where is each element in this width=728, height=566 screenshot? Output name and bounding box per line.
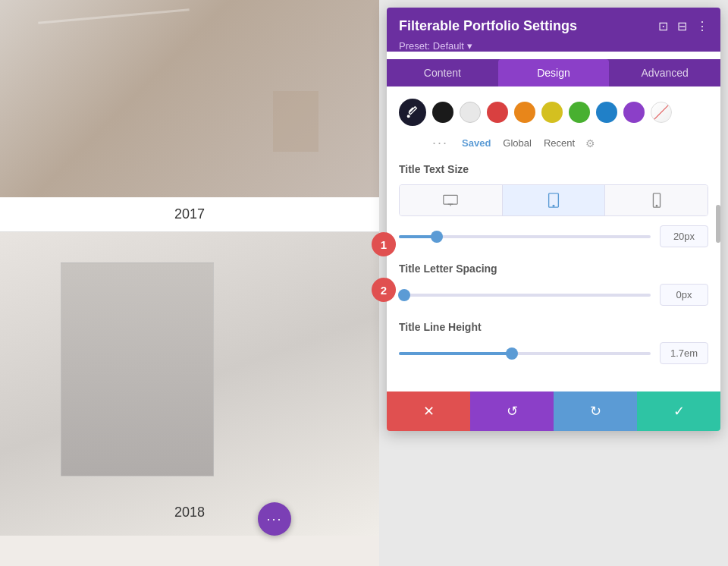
panel-header: Filterable Portfolio Settings ⊡ ⊟ ⋮ Pres… bbox=[387, 8, 720, 52]
svg-point-5 bbox=[553, 205, 554, 206]
color-swatch-orange[interactable] bbox=[514, 102, 535, 123]
color-tabs-dots-icon: ··· bbox=[432, 135, 448, 151]
eyedropper-button[interactable] bbox=[399, 99, 426, 126]
redo-button[interactable]: ↻ bbox=[554, 391, 637, 431]
panel-title: Filterable Portfolio Settings bbox=[399, 18, 577, 34]
color-swatch-red[interactable] bbox=[487, 102, 508, 123]
panel-preset[interactable]: Preset: Default ▾ bbox=[399, 40, 708, 52]
svg-rect-1 bbox=[444, 195, 457, 204]
year-label-top: 2017 bbox=[0, 197, 379, 232]
title-line-height-slider-fill bbox=[399, 352, 512, 355]
color-swatch-white[interactable] bbox=[460, 102, 481, 123]
svg-point-7 bbox=[656, 206, 657, 206]
color-swatch-black[interactable] bbox=[432, 102, 453, 123]
portfolio-image-bottom: 2018 bbox=[0, 232, 379, 536]
save-button[interactable]: ✓ bbox=[637, 391, 720, 431]
title-text-size-label: Title Text Size bbox=[399, 163, 708, 175]
panel-scrollbar[interactable] bbox=[716, 205, 720, 243]
title-letter-spacing-value[interactable] bbox=[660, 284, 708, 306]
layout-icon[interactable]: ⊟ bbox=[677, 19, 687, 33]
device-tab-tablet[interactable] bbox=[503, 185, 606, 215]
color-tab-saved[interactable]: Saved bbox=[457, 136, 495, 150]
focus-icon[interactable]: ⊡ bbox=[658, 19, 668, 33]
title-line-height-slider-thumb[interactable] bbox=[506, 347, 518, 360]
color-settings-gear-icon[interactable]: ⚙ bbox=[585, 137, 595, 149]
color-swatch-green[interactable] bbox=[569, 102, 590, 123]
title-text-size-slider-row bbox=[399, 225, 708, 247]
undo-button[interactable]: ↺ bbox=[470, 391, 554, 431]
title-text-size-value[interactable] bbox=[660, 225, 708, 247]
tab-content[interactable]: Content bbox=[387, 59, 498, 86]
title-line-height-slider-track[interactable] bbox=[399, 352, 651, 355]
tab-design[interactable]: Design bbox=[498, 59, 610, 86]
color-swatches-row bbox=[399, 99, 708, 126]
title-line-height-value[interactable] bbox=[660, 342, 708, 364]
title-line-height-label: Title Line Height bbox=[399, 321, 708, 333]
portfolio-background: 2017 2018 bbox=[0, 0, 379, 566]
title-line-height-slider-row bbox=[399, 342, 708, 364]
title-text-size-slider-track[interactable] bbox=[399, 235, 651, 238]
action-bar: ✕ ↺ ↻ ✓ bbox=[387, 391, 720, 431]
panel-header-icons: ⊡ ⊟ ⋮ bbox=[658, 19, 708, 33]
svg-point-0 bbox=[407, 115, 410, 118]
title-letter-spacing-slider-track[interactable] bbox=[399, 294, 651, 297]
title-letter-spacing-slider-thumb[interactable] bbox=[398, 289, 410, 301]
step-badge-2: 2 bbox=[372, 278, 396, 302]
cancel-button[interactable]: ✕ bbox=[387, 391, 470, 431]
color-eraser-button[interactable] bbox=[651, 102, 672, 123]
color-swatch-purple[interactable] bbox=[623, 102, 645, 123]
title-text-size-slider-thumb[interactable] bbox=[431, 231, 443, 243]
color-swatch-blue[interactable] bbox=[596, 102, 617, 123]
settings-panel: Filterable Portfolio Settings ⊡ ⊟ ⋮ Pres… bbox=[387, 8, 720, 431]
panel-tabs: Content Design Advanced bbox=[387, 59, 720, 86]
device-tabs bbox=[399, 184, 708, 216]
device-tab-desktop[interactable] bbox=[400, 185, 503, 215]
fab-dots-icon: ··· bbox=[266, 511, 282, 527]
title-letter-spacing-label: Title Letter Spacing bbox=[399, 263, 708, 275]
panel-title-row: Filterable Portfolio Settings ⊡ ⊟ ⋮ bbox=[399, 18, 708, 34]
color-tab-global[interactable]: Global bbox=[498, 136, 536, 150]
color-swatch-yellow[interactable] bbox=[541, 102, 563, 123]
fab-button[interactable]: ··· bbox=[258, 502, 291, 536]
portfolio-image-top bbox=[0, 0, 379, 197]
color-tab-recent[interactable]: Recent bbox=[539, 136, 579, 150]
more-icon[interactable]: ⋮ bbox=[696, 19, 708, 33]
device-tab-mobile[interactable] bbox=[605, 185, 708, 215]
color-tabs-row: ··· Saved Global Recent ⚙ bbox=[399, 135, 708, 151]
tab-advanced[interactable]: Advanced bbox=[609, 59, 720, 86]
step-badge-1: 1 bbox=[372, 232, 396, 256]
year-label-bottom: 2018 bbox=[0, 505, 379, 520]
panel-body: ··· Saved Global Recent ⚙ Title Text Siz… bbox=[387, 86, 720, 391]
title-letter-spacing-slider-row bbox=[399, 284, 708, 306]
